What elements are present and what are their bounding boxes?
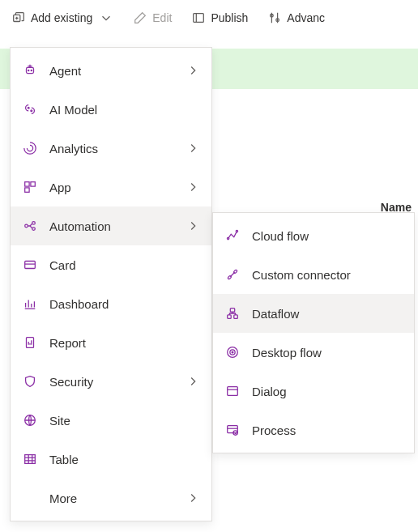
svg-point-22 (233, 270, 237, 274)
menu-item-automation[interactable]: Automation (11, 206, 211, 245)
svg-rect-29 (228, 387, 238, 396)
menu-item-label: AI Model (49, 103, 200, 117)
dataflow-icon (224, 306, 241, 321)
ai-model-icon (22, 102, 38, 117)
menu-item-table[interactable]: Table (11, 440, 211, 479)
chevron-right-icon (186, 491, 200, 505)
edit-icon (133, 11, 147, 25)
menu-item-label: Report (49, 336, 200, 350)
add-existing-icon (11, 11, 26, 25)
svg-point-28 (232, 351, 233, 353)
menu-item-label: Dashboard (49, 297, 200, 311)
submenu-item-process[interactable]: Process (213, 411, 414, 449)
menu-item-label: Card (49, 258, 200, 272)
table-icon (22, 452, 38, 466)
command-bar: Add existing Edit Publish Advanc (0, 0, 418, 36)
menu-item-analytics[interactable]: Analytics (11, 129, 211, 168)
automation-icon (22, 219, 38, 233)
menu-item-card[interactable]: Card (11, 245, 211, 284)
svg-point-13 (32, 222, 36, 225)
svg-point-12 (25, 224, 28, 228)
submenu-item-label: Dialog (252, 385, 403, 398)
svg-rect-11 (25, 188, 29, 192)
menu-item-app[interactable]: App (11, 168, 211, 206)
menu-item-label: Site (49, 414, 200, 428)
menu-item-report[interactable]: Report (11, 323, 211, 362)
menu-item-label: Automation (49, 219, 174, 233)
submenu-item-cloud-flow[interactable]: Cloud flow (213, 216, 414, 255)
svg-point-14 (32, 228, 36, 231)
svg-rect-16 (27, 338, 34, 348)
chevron-right-icon (186, 219, 200, 233)
menu-item-label: Security (49, 375, 174, 389)
dialog-icon (224, 384, 241, 398)
svg-rect-25 (234, 315, 238, 319)
svg-point-21 (228, 275, 232, 279)
site-icon (22, 413, 38, 428)
edit-button[interactable]: Edit (125, 6, 180, 30)
svg-rect-1 (194, 13, 204, 22)
shield-icon (22, 374, 38, 389)
publish-icon (191, 11, 206, 25)
advanced-button[interactable]: Advanc (259, 6, 333, 30)
menu-item-label: Table (49, 453, 200, 466)
svg-rect-9 (25, 182, 29, 186)
chevron-down-icon (99, 11, 113, 25)
chevron-right-icon (186, 374, 200, 389)
svg-point-20 (236, 230, 237, 232)
process-icon (224, 423, 241, 437)
svg-rect-15 (25, 262, 36, 269)
card-icon (22, 257, 38, 272)
add-existing-button[interactable]: Add existing (3, 6, 122, 30)
svg-point-7 (28, 107, 29, 109)
publish-label: Publish (211, 11, 248, 24)
cloud-flow-icon (224, 228, 241, 243)
menu-item-agent[interactable]: Agent (11, 51, 211, 90)
submenu-item-custom-connector[interactable]: Custom connector (213, 255, 414, 294)
desktop-flow-icon (224, 345, 241, 360)
submenu-item-label: Dataflow (252, 307, 403, 321)
svg-rect-30 (228, 426, 238, 433)
menu-item-more[interactable]: More (11, 479, 211, 517)
submenu-item-label: Process (252, 423, 403, 437)
advanced-label: Advanc (287, 11, 325, 24)
connector-icon (224, 267, 241, 282)
submenu-item-dataflow[interactable]: Dataflow (213, 294, 414, 333)
menu-item-site[interactable]: Site (11, 401, 211, 440)
agent-icon (22, 63, 38, 78)
menu-item-ai-model[interactable]: AI Model (11, 90, 211, 129)
menu-item-security[interactable]: Security (11, 362, 211, 401)
menu-item-label: Analytics (49, 142, 174, 155)
submenu-item-desktop-flow[interactable]: Desktop flow (213, 333, 414, 372)
svg-rect-23 (230, 309, 234, 313)
add-existing-menu: Agent AI Model Analytics App Automation (10, 47, 212, 521)
advanced-icon (267, 11, 282, 25)
menu-item-label: More (49, 492, 174, 505)
submenu-item-label: Cloud flow (252, 229, 403, 243)
submenu-item-dialog[interactable]: Dialog (213, 372, 414, 411)
svg-rect-18 (25, 455, 36, 464)
submenu-item-label: Desktop flow (252, 346, 403, 360)
menu-item-label: App (49, 181, 174, 194)
svg-point-6 (31, 70, 32, 70)
app-icon (22, 180, 38, 194)
report-icon (22, 335, 38, 350)
svg-point-8 (31, 110, 32, 112)
svg-rect-10 (31, 182, 35, 186)
svg-point-5 (28, 70, 29, 70)
chevron-right-icon (186, 63, 200, 78)
analytics-icon (22, 141, 38, 155)
automation-submenu: Cloud flow Custom connector Dataflow Des… (212, 212, 415, 453)
menu-item-label: Agent (49, 64, 174, 78)
svg-rect-24 (228, 315, 232, 319)
add-existing-label: Add existing (31, 11, 92, 24)
chevron-right-icon (186, 180, 200, 194)
submenu-item-label: Custom connector (252, 268, 403, 282)
publish-button[interactable]: Publish (183, 6, 256, 30)
dashboard-icon (22, 296, 38, 311)
chevron-right-icon (186, 141, 200, 155)
edit-label: Edit (152, 11, 172, 24)
svg-rect-4 (27, 67, 34, 73)
menu-item-dashboard[interactable]: Dashboard (11, 284, 211, 323)
